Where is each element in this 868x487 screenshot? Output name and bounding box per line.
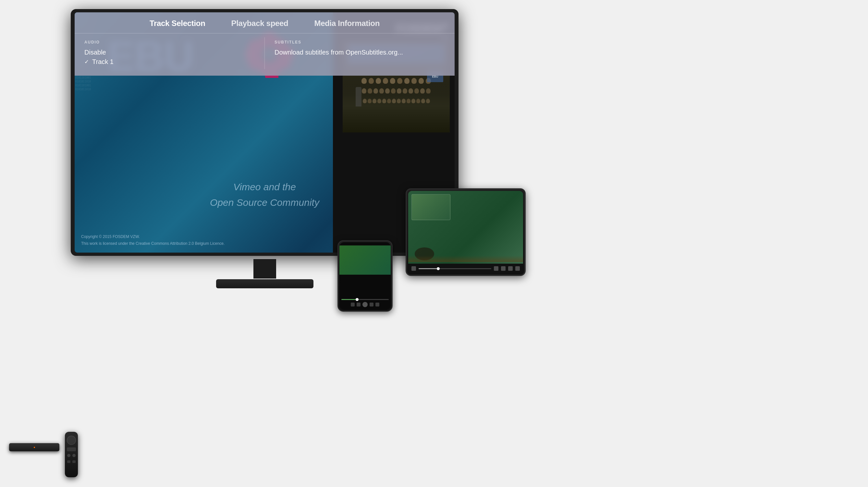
remote-btn-3[interactable] [67, 460, 70, 463]
tab-track-selection[interactable]: Track Selection [150, 19, 206, 28]
ipad-screen [408, 191, 523, 274]
ipad-device [406, 188, 526, 276]
tabs-container: Track Selection Playback speed Media Inf… [74, 12, 455, 33]
ipad-thumb [411, 194, 451, 220]
ipad-ctrl-1[interactable] [411, 266, 416, 271]
audio-track1-item[interactable]: ✓ Track 1 [84, 57, 255, 66]
iphone-device [338, 240, 393, 312]
audio-track1-label: Track 1 [92, 58, 114, 65]
track1-checkmark: ✓ [84, 58, 89, 65]
remote-menu-button[interactable] [67, 448, 76, 451]
tab-playback-speed[interactable]: Playback speed [231, 19, 288, 28]
content-panel: AUDIO Disable ✓ Track 1 SUBTITLES [74, 33, 455, 70]
tv-stand-neck [253, 259, 276, 279]
remote-btn-1[interactable] [67, 454, 70, 457]
subtitles-download-label: Download subtitles from OpenSubtitles.or… [275, 49, 403, 56]
apple-tv-remote [65, 432, 78, 477]
ipad-ctrl-4[interactable] [508, 266, 513, 271]
remote-btn-4[interactable] [72, 460, 75, 463]
ipad-ctrl-2[interactable] [494, 266, 498, 271]
audio-disable-label: Disable [84, 49, 106, 56]
track-selection-overlay: Track Selection Playback speed Media Inf… [74, 12, 455, 76]
video-caption: Vimeo and the Open Source Community [210, 179, 319, 210]
audio-column: AUDIO Disable ✓ Track 1 [74, 37, 265, 69]
remote-trackpad[interactable] [67, 436, 76, 445]
remote-button-row2 [67, 460, 75, 463]
remote-button-row1 [67, 454, 75, 457]
tv-stand-base [216, 279, 313, 288]
audio-disable-item[interactable]: Disable [84, 48, 255, 57]
iphone-video [339, 246, 391, 275]
ipad-video [408, 191, 523, 264]
subtitles-download-item[interactable]: Download subtitles from OpenSubtitles.or… [275, 48, 445, 57]
apple-tv-led [34, 447, 35, 448]
ipad-ctrl-3[interactable] [501, 266, 505, 271]
copyright-text: Copyright © 2015 FOSDEM VZW. This work i… [81, 233, 224, 247]
ipad-ctrl-5[interactable] [515, 266, 520, 271]
audio-header: AUDIO [84, 40, 255, 45]
devices-panel [338, 188, 526, 318]
ipad-controls [408, 264, 523, 274]
apple-tv-box [9, 443, 59, 451]
tab-media-information[interactable]: Media Information [314, 19, 380, 28]
iphone-screen [339, 242, 391, 310]
subtitles-column: SUBTITLES Download subtitles from OpenSu… [265, 37, 455, 69]
remote-btn-2[interactable] [72, 454, 75, 457]
subtitles-header: SUBTITLES [275, 40, 445, 45]
full-page: 0101101001010101101001011010010101011010… [0, 0, 868, 487]
